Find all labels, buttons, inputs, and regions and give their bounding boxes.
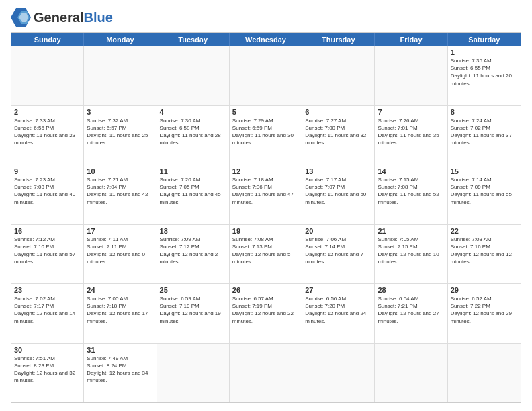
calendar-cell: 10Sunrise: 7:21 AMSunset: 7:04 PMDayligh… <box>84 165 157 224</box>
sun-info: Sunrise: 7:14 AMSunset: 7:09 PMDaylight:… <box>451 176 518 206</box>
day-number: 13 <box>305 167 371 175</box>
calendar-row: 30Sunrise: 7:51 AMSunset: 8:23 PMDayligh… <box>11 344 521 403</box>
day-number: 31 <box>87 346 153 354</box>
day-number: 22 <box>451 227 518 235</box>
calendar-cell <box>230 344 302 403</box>
day-number: 1 <box>451 48 518 56</box>
calendar-row: 1Sunrise: 7:35 AMSunset: 6:55 PMDaylight… <box>11 46 521 106</box>
day-number: 9 <box>14 167 81 175</box>
calendar-row: 23Sunrise: 7:02 AMSunset: 7:17 PMDayligh… <box>11 284 521 344</box>
weekday-header: Friday <box>375 33 447 46</box>
calendar-cell <box>375 46 447 105</box>
sun-info: Sunrise: 6:56 AMSunset: 7:20 PMDaylight:… <box>305 295 371 325</box>
day-number: 6 <box>305 108 371 116</box>
calendar-cell <box>157 46 230 105</box>
day-number: 27 <box>305 286 371 294</box>
header: GeneralBlue <box>11 8 521 27</box>
calendar-cell: 12Sunrise: 7:18 AMSunset: 7:06 PMDayligh… <box>230 165 302 224</box>
weekday-header: Tuesday <box>157 33 230 46</box>
calendar-cell <box>84 46 157 105</box>
sun-info: Sunrise: 6:57 AMSunset: 7:19 PMDaylight:… <box>232 295 299 325</box>
calendar-cell: 4Sunrise: 7:30 AMSunset: 6:58 PMDaylight… <box>157 106 230 165</box>
logo-text: GeneralBlue <box>34 11 113 24</box>
weekday-header: Thursday <box>302 33 375 46</box>
sun-info: Sunrise: 7:26 AMSunset: 7:01 PMDaylight:… <box>378 117 444 147</box>
sun-info: Sunrise: 7:03 AMSunset: 7:16 PMDaylight:… <box>451 236 518 266</box>
day-number: 7 <box>378 108 444 116</box>
calendar-cell: 16Sunrise: 7:12 AMSunset: 7:10 PMDayligh… <box>11 225 84 284</box>
calendar-row: 2Sunrise: 7:33 AMSunset: 6:56 PMDaylight… <box>11 106 521 166</box>
calendar-cell <box>302 46 375 105</box>
sun-info: Sunrise: 7:06 AMSunset: 7:14 PMDaylight:… <box>305 236 371 266</box>
calendar-cell: 9Sunrise: 7:23 AMSunset: 7:03 PMDaylight… <box>11 165 84 224</box>
sun-info: Sunrise: 7:12 AMSunset: 7:10 PMDaylight:… <box>14 236 81 266</box>
calendar-cell: 20Sunrise: 7:06 AMSunset: 7:14 PMDayligh… <box>302 225 375 284</box>
weekday-header: Monday <box>84 33 157 46</box>
calendar-cell <box>302 344 375 403</box>
day-number: 11 <box>160 167 226 175</box>
sun-info: Sunrise: 7:32 AMSunset: 6:57 PMDaylight:… <box>87 117 153 147</box>
calendar-cell: 28Sunrise: 6:54 AMSunset: 7:21 PMDayligh… <box>375 284 447 343</box>
calendar-cell: 13Sunrise: 7:17 AMSunset: 7:07 PMDayligh… <box>302 165 375 224</box>
day-number: 23 <box>14 286 81 294</box>
sun-info: Sunrise: 7:09 AMSunset: 7:12 PMDaylight:… <box>160 236 226 266</box>
calendar-cell: 25Sunrise: 6:59 AMSunset: 7:19 PMDayligh… <box>157 284 230 343</box>
day-number: 8 <box>451 108 518 116</box>
calendar: SundayMondayTuesdayWednesdayThursdayFrid… <box>11 32 521 403</box>
sun-info: Sunrise: 7:30 AMSunset: 6:58 PMDaylight:… <box>160 117 226 147</box>
calendar-cell: 27Sunrise: 6:56 AMSunset: 7:20 PMDayligh… <box>302 284 375 343</box>
sun-info: Sunrise: 6:52 AMSunset: 7:22 PMDaylight:… <box>451 295 518 325</box>
sun-info: Sunrise: 7:35 AMSunset: 6:55 PMDaylight:… <box>451 57 518 87</box>
calendar-cell: 15Sunrise: 7:14 AMSunset: 7:09 PMDayligh… <box>448 165 521 224</box>
sun-info: Sunrise: 7:29 AMSunset: 6:59 PMDaylight:… <box>232 117 299 147</box>
sun-info: Sunrise: 7:05 AMSunset: 7:15 PMDaylight:… <box>378 236 444 266</box>
day-number: 12 <box>232 167 299 175</box>
day-number: 28 <box>378 286 444 294</box>
calendar-cell <box>448 344 521 403</box>
day-number: 10 <box>87 167 153 175</box>
calendar-cell: 5Sunrise: 7:29 AMSunset: 6:59 PMDaylight… <box>230 106 302 165</box>
logo: GeneralBlue <box>11 8 113 27</box>
calendar-cell: 2Sunrise: 7:33 AMSunset: 6:56 PMDaylight… <box>11 106 84 165</box>
sun-info: Sunrise: 7:21 AMSunset: 7:04 PMDaylight:… <box>87 176 153 206</box>
calendar-cell: 18Sunrise: 7:09 AMSunset: 7:12 PMDayligh… <box>157 225 230 284</box>
sun-info: Sunrise: 7:23 AMSunset: 7:03 PMDaylight:… <box>14 176 81 206</box>
sun-info: Sunrise: 6:59 AMSunset: 7:19 PMDaylight:… <box>160 295 226 325</box>
calendar-cell <box>11 46 84 105</box>
sun-info: Sunrise: 7:00 AMSunset: 7:18 PMDaylight:… <box>87 295 153 325</box>
sun-info: Sunrise: 7:18 AMSunset: 7:06 PMDaylight:… <box>232 176 299 206</box>
calendar-cell: 3Sunrise: 7:32 AMSunset: 6:57 PMDaylight… <box>84 106 157 165</box>
calendar-cell <box>375 344 447 403</box>
calendar-body: 1Sunrise: 7:35 AMSunset: 6:55 PMDaylight… <box>11 46 521 402</box>
calendar-cell: 21Sunrise: 7:05 AMSunset: 7:15 PMDayligh… <box>375 225 447 284</box>
calendar-cell <box>157 344 230 403</box>
day-number: 29 <box>451 286 518 294</box>
calendar-cell: 26Sunrise: 6:57 AMSunset: 7:19 PMDayligh… <box>230 284 302 343</box>
sun-info: Sunrise: 7:08 AMSunset: 7:13 PMDaylight:… <box>232 236 299 266</box>
day-number: 15 <box>451 167 518 175</box>
sun-info: Sunrise: 7:02 AMSunset: 7:17 PMDaylight:… <box>14 295 81 325</box>
weekday-header: Saturday <box>448 33 521 46</box>
day-number: 20 <box>305 227 371 235</box>
day-number: 4 <box>160 108 226 116</box>
calendar-cell: 19Sunrise: 7:08 AMSunset: 7:13 PMDayligh… <box>230 225 302 284</box>
calendar-cell: 6Sunrise: 7:27 AMSunset: 7:00 PMDaylight… <box>302 106 375 165</box>
calendar-cell: 30Sunrise: 7:51 AMSunset: 8:23 PMDayligh… <box>11 344 84 403</box>
calendar-row: 16Sunrise: 7:12 AMSunset: 7:10 PMDayligh… <box>11 225 521 285</box>
sun-info: Sunrise: 7:11 AMSunset: 7:11 PMDaylight:… <box>87 236 153 266</box>
day-number: 19 <box>232 227 299 235</box>
calendar-cell: 22Sunrise: 7:03 AMSunset: 7:16 PMDayligh… <box>448 225 521 284</box>
sun-info: Sunrise: 7:17 AMSunset: 7:07 PMDaylight:… <box>305 176 371 206</box>
calendar-cell: 29Sunrise: 6:52 AMSunset: 7:22 PMDayligh… <box>448 284 521 343</box>
weekday-header: Sunday <box>11 33 84 46</box>
sun-info: Sunrise: 7:51 AMSunset: 8:23 PMDaylight:… <box>14 355 81 385</box>
day-number: 17 <box>87 227 153 235</box>
calendar-cell: 11Sunrise: 7:20 AMSunset: 7:05 PMDayligh… <box>157 165 230 224</box>
weekday-header: Wednesday <box>230 33 302 46</box>
calendar-cell: 17Sunrise: 7:11 AMSunset: 7:11 PMDayligh… <box>84 225 157 284</box>
sun-info: Sunrise: 7:49 AMSunset: 8:24 PMDaylight:… <box>87 355 153 385</box>
calendar-cell: 8Sunrise: 7:24 AMSunset: 7:02 PMDaylight… <box>448 106 521 165</box>
calendar-row: 9Sunrise: 7:23 AMSunset: 7:03 PMDaylight… <box>11 165 521 225</box>
day-number: 30 <box>14 346 81 354</box>
calendar-cell: 24Sunrise: 7:00 AMSunset: 7:18 PMDayligh… <box>84 284 157 343</box>
